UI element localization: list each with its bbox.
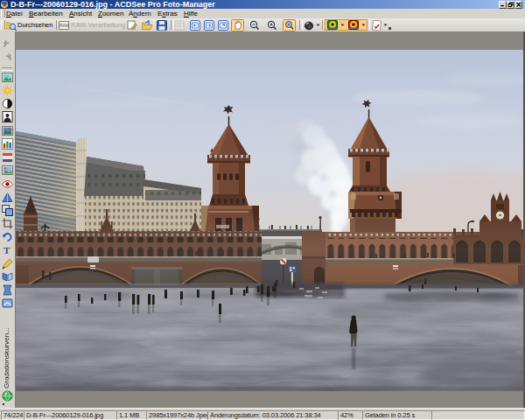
svg-text:RAW: RAW	[60, 23, 69, 28]
svg-text:T: T	[4, 245, 10, 256]
